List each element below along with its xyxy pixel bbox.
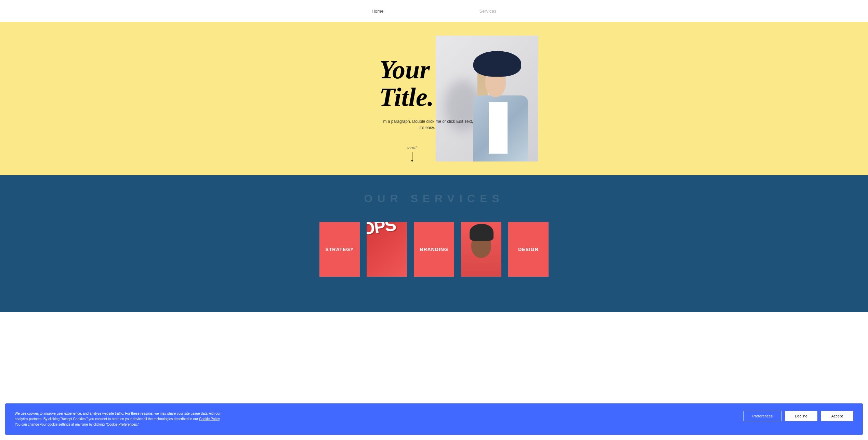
hero-section: Your Title. I'm a paragraph. Double clic… bbox=[0, 22, 868, 175]
hero-shirt bbox=[489, 102, 508, 154]
hero-content: Your Title. I'm a paragraph. Double clic… bbox=[301, 22, 567, 175]
site-header: Home Services bbox=[0, 0, 868, 22]
service-label: DESIGN bbox=[518, 247, 539, 252]
face-cap bbox=[470, 224, 494, 241]
main-nav: Home Services bbox=[372, 9, 497, 14]
nav-item-home[interactable]: Home bbox=[372, 9, 384, 14]
service-label: BRANDING bbox=[420, 247, 448, 252]
nav-item-services[interactable]: Services bbox=[479, 9, 496, 14]
services-heading: OUR SERVICES bbox=[0, 192, 868, 205]
hero-title: Your Title. bbox=[379, 56, 434, 111]
service-card-branding[interactable]: BRANDING bbox=[414, 222, 454, 277]
ops-decorative-text: OPS bbox=[367, 222, 397, 239]
scroll-label: scroll bbox=[407, 145, 417, 151]
service-label: STRATEGY bbox=[325, 247, 354, 252]
hero-figure bbox=[456, 51, 531, 160]
hero-title-line1: Your bbox=[379, 55, 430, 84]
hero-hat bbox=[473, 51, 521, 77]
service-card-design[interactable]: DESIGN bbox=[508, 222, 549, 277]
scroll-arrow-icon[interactable] bbox=[412, 152, 412, 162]
service-card-image-2[interactable] bbox=[461, 222, 501, 277]
hero-title-line2: Title. bbox=[379, 82, 434, 111]
services-grid: STRATEGY OPS BRANDING DESIGN bbox=[0, 222, 868, 277]
services-section: OUR SERVICES STRATEGY OPS BRANDING DESIG… bbox=[0, 175, 868, 312]
hero-image bbox=[436, 36, 538, 161]
service-card-strategy[interactable]: STRATEGY bbox=[319, 222, 360, 277]
service-card-image-1[interactable]: OPS bbox=[367, 222, 407, 277]
hero-paragraph: I'm a paragraph. Double click me or clic… bbox=[379, 118, 475, 131]
